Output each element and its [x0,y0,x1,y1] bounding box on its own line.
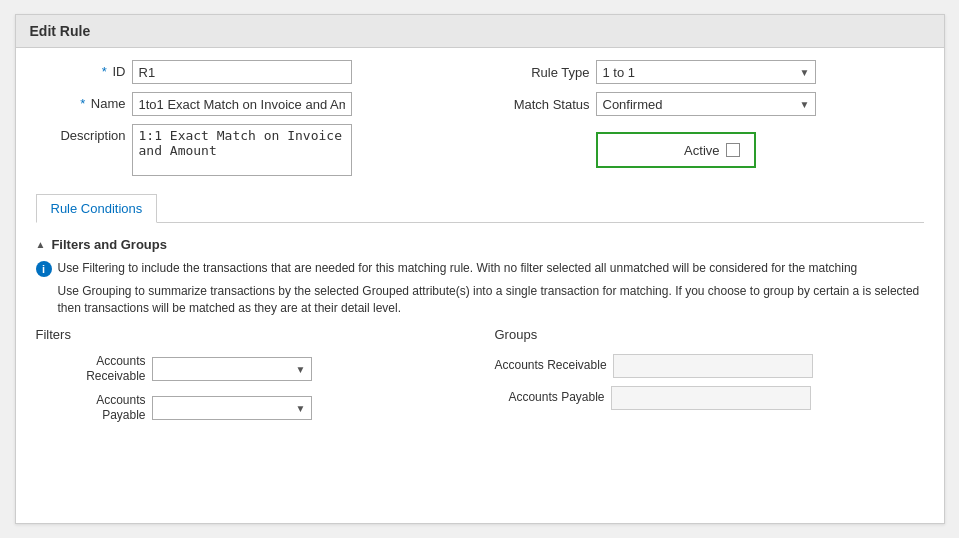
groups-title: Groups [495,327,924,342]
rule-type-select-wrapper: 1 to 1 ▼ [596,60,816,84]
collapse-icon[interactable]: ▲ [36,239,46,250]
id-label: * ID [36,60,126,79]
page-title: Edit Rule [30,23,91,39]
active-label: Active [684,143,719,158]
filter-ap-label: AccountsPayable [36,393,146,424]
filters-groups-row: Filters AccountsReceivable ▼ AccountsPay… [36,327,924,424]
info-text: Use Filtering to include the transaction… [58,260,858,277]
name-required-star: * [80,96,85,111]
active-container: Active [596,132,756,168]
filter-ar-label: AccountsReceivable [36,354,146,385]
filter-row-ap: AccountsPayable ▼ [36,393,465,424]
tabs-section: Rule Conditions [36,194,924,223]
filters-section: Filters AccountsReceivable ▼ AccountsPay… [36,327,465,424]
groups-section: Groups Accounts Receivable Accounts Paya… [495,327,924,424]
match-status-label: Match Status [500,97,590,112]
group-ar-input[interactable] [613,354,813,378]
filter-row-ar: AccountsReceivable ▼ [36,354,465,385]
match-status-select[interactable]: Confirmed [596,92,816,116]
info-box: i Use Filtering to include the transacti… [36,260,924,277]
filter-ap-select-wrapper: ▼ [152,396,312,420]
rule-type-label: Rule Type [500,65,590,80]
rule-type-select[interactable]: 1 to 1 [596,60,816,84]
group-ap-input[interactable] [611,386,811,410]
description-textarea[interactable]: 1:1 Exact Match on Invoice and Amount [132,124,352,176]
group-ap-label: Accounts Payable [495,390,605,406]
panel-header: Edit Rule [16,15,944,48]
filters-title: Filters [36,327,465,342]
filters-groups-title: Filters and Groups [51,237,167,252]
active-checkbox[interactable] [726,143,740,157]
filter-ap-select[interactable] [152,396,312,420]
description-label: Description [36,124,126,143]
filter-ar-select-wrapper: ▼ [152,357,312,381]
name-label: * Name [36,92,126,111]
match-status-select-wrapper: Confirmed ▼ [596,92,816,116]
grouping-text: Use Grouping to summarize transactions b… [58,283,924,317]
group-row-ar: Accounts Receivable [495,354,924,378]
filter-ar-select[interactable] [152,357,312,381]
id-input[interactable] [132,60,352,84]
id-required-star: * [102,64,107,79]
group-row-ap: Accounts Payable [495,386,924,410]
info-icon: i [36,261,52,277]
tab-rule-conditions[interactable]: Rule Conditions [36,194,158,223]
content-area: ▲ Filters and Groups i Use Filtering to … [36,223,924,523]
name-input[interactable] [132,92,352,116]
filters-groups-header: ▲ Filters and Groups [36,237,924,252]
group-ar-label: Accounts Receivable [495,358,607,374]
